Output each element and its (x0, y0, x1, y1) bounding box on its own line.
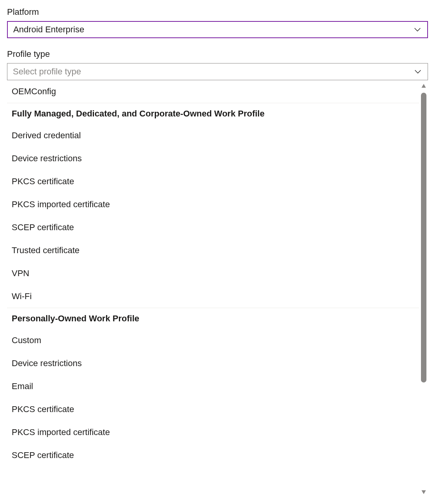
option-trusted-certificate[interactable]: Trusted certificate (7, 239, 419, 262)
group-header-personally-owned: Personally-Owned Work Profile (7, 308, 419, 329)
spacer (7, 38, 428, 49)
option-device-restrictions-2[interactable]: Device restrictions (7, 352, 419, 375)
profile-type-options-list: OEMConfig Fully Managed, Dedicated, and … (7, 80, 419, 498)
option-oemconfig[interactable]: OEMConfig (7, 80, 419, 103)
scrollbar-thumb[interactable] (421, 93, 426, 382)
option-email[interactable]: Email (7, 375, 419, 398)
option-derived-credential[interactable]: Derived credential (7, 124, 419, 147)
profile-type-label: Profile type (7, 49, 428, 59)
option-pkcs-imported-certificate[interactable]: PKCS imported certificate (7, 193, 419, 216)
option-pkcs-imported-certificate-2[interactable]: PKCS imported certificate (7, 421, 419, 444)
option-scep-certificate-2[interactable]: SCEP certificate (7, 444, 419, 467)
scrollbar-arrow-up-icon[interactable] (421, 83, 426, 89)
profile-type-placeholder: Select profile type (13, 67, 81, 77)
scrollbar-track[interactable] (420, 81, 428, 497)
svg-marker-1 (421, 490, 426, 494)
option-vpn[interactable]: VPN (7, 262, 419, 285)
chevron-down-icon (414, 67, 422, 76)
profile-type-dropdown-panel: OEMConfig Fully Managed, Dedicated, and … (7, 80, 428, 498)
form-container: Platform Android Enterprise Profile type… (0, 0, 435, 498)
group-header-fully-managed: Fully Managed, Dedicated, and Corporate-… (7, 103, 419, 124)
option-scep-certificate[interactable]: SCEP certificate (7, 216, 419, 239)
svg-marker-0 (421, 84, 426, 88)
platform-label: Platform (7, 7, 428, 17)
option-pkcs-certificate-2[interactable]: PKCS certificate (7, 398, 419, 421)
option-pkcs-certificate[interactable]: PKCS certificate (7, 170, 419, 193)
chevron-down-icon (413, 25, 422, 34)
platform-select-value: Android Enterprise (13, 25, 84, 35)
scrollbar-arrow-down-icon[interactable] (421, 489, 426, 495)
profile-type-select[interactable]: Select profile type (7, 63, 428, 80)
option-wifi[interactable]: Wi-Fi (7, 285, 419, 308)
option-device-restrictions[interactable]: Device restrictions (7, 147, 419, 170)
platform-select[interactable]: Android Enterprise (7, 21, 428, 38)
option-custom[interactable]: Custom (7, 329, 419, 352)
